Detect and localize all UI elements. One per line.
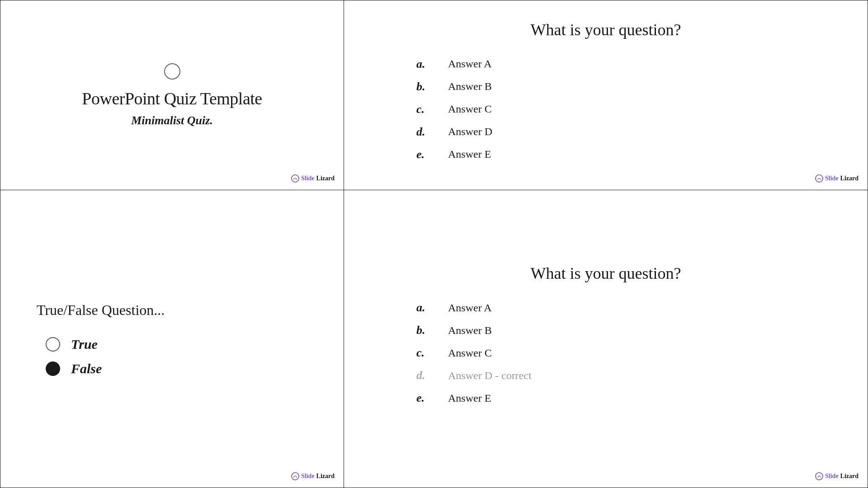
branding-tr: SlideLizard: [815, 174, 859, 183]
answer-item-1b: b. Answer B: [416, 80, 822, 94]
page-wrapper: PowerPoint Quiz Template Minimalist Quiz…: [0, 0, 868, 488]
tf-label-false: False: [71, 361, 102, 376]
question-text-1: What is your question?: [389, 20, 822, 39]
slide-subtitle: Minimalist Quiz.: [131, 114, 213, 127]
answer-letter-2c: c.: [416, 346, 434, 360]
tf-option-false: False: [46, 361, 102, 376]
brand-lizard-tl: Lizard: [316, 175, 335, 182]
brand-lizard-bl: Lizard: [316, 473, 335, 480]
brand-slide-tl: Slide: [301, 175, 315, 182]
tf-question: True/False Question...: [37, 302, 165, 319]
answer-text-1c: Answer C: [448, 103, 492, 115]
answer-text-2b: Answer B: [448, 324, 492, 337]
title-slide: PowerPoint Quiz Template Minimalist Quiz…: [0, 0, 344, 190]
answers-list-2: a. Answer A b. Answer B c. Answer C d. A…: [389, 301, 822, 414]
slidelizard-icon-tr: [815, 174, 823, 183]
answer-text-2d: Answer D - correct: [448, 370, 532, 382]
answer-text-1e: Answer E: [448, 148, 491, 160]
question-slide-1: What is your question? a. Answer A b. An…: [344, 0, 868, 190]
circle-icon: [164, 63, 180, 80]
answer-item-2b: b. Answer B: [416, 324, 822, 337]
tf-label-true: True: [71, 337, 98, 352]
tf-option-true: True: [46, 337, 102, 352]
answer-text-2c: Answer C: [448, 347, 492, 359]
answer-item-2c: c. Answer C: [416, 346, 822, 360]
true-false-slide: True/False Question... True False SlideL…: [0, 190, 344, 488]
answers-list-1: a. Answer A b. Answer B c. Answer C d. A…: [389, 57, 822, 170]
answer-item-1e: e. Answer E: [416, 148, 822, 161]
branding-bl: SlideLizard: [291, 472, 335, 480]
vertical-divider: [344, 0, 344, 488]
answer-letter-1c: c.: [416, 103, 434, 116]
answer-letter-1d: d.: [416, 125, 434, 139]
answer-item-1d: d. Answer D: [416, 125, 822, 139]
branding-tl: SlideLizard: [291, 174, 335, 183]
answer-text-1b: Answer B: [448, 80, 492, 93]
question-slide-2: What is your question? a. Answer A b. An…: [344, 190, 868, 488]
answer-item-1a: a. Answer A: [416, 57, 822, 71]
answer-item-2d: d. Answer D - correct: [416, 369, 822, 382]
brand-lizard-tr: Lizard: [840, 175, 859, 182]
answer-item-2a: a. Answer A: [416, 301, 822, 314]
answer-letter-2a: a.: [416, 301, 434, 314]
brand-slide-br: Slide: [825, 473, 839, 480]
brand-slide-bl: Slide: [301, 473, 315, 480]
answer-text-1a: Answer A: [448, 58, 492, 70]
answer-letter-2d: d.: [416, 369, 434, 382]
slidelizard-icon-br: [815, 472, 823, 480]
radio-filled-icon: [46, 361, 60, 376]
slidelizard-icon-bl: [291, 472, 299, 480]
answer-letter-1a: a.: [416, 57, 434, 71]
answer-text-1d: Answer D: [448, 126, 492, 138]
answer-text-2e: Answer E: [448, 392, 491, 404]
horizontal-divider: [0, 190, 868, 190]
answer-letter-1b: b.: [416, 80, 434, 94]
answer-text-2a: Answer A: [448, 302, 492, 314]
answer-letter-2b: b.: [416, 324, 434, 337]
brand-slide-tr: Slide: [825, 175, 839, 182]
slide-title: PowerPoint Quiz Template: [82, 89, 262, 108]
slidelizard-icon-tl: [291, 174, 299, 183]
answer-item-1c: c. Answer C: [416, 103, 822, 116]
answer-item-2e: e. Answer E: [416, 391, 822, 405]
answer-letter-1e: e.: [416, 148, 434, 161]
question-text-2: What is your question?: [389, 264, 822, 283]
slide-grid: PowerPoint Quiz Template Minimalist Quiz…: [0, 0, 868, 488]
radio-empty-icon: [46, 337, 60, 352]
branding-br: SlideLizard: [815, 472, 859, 480]
brand-lizard-br: Lizard: [840, 473, 859, 480]
tf-options: True False: [37, 337, 102, 376]
answer-letter-2e: e.: [416, 391, 434, 405]
